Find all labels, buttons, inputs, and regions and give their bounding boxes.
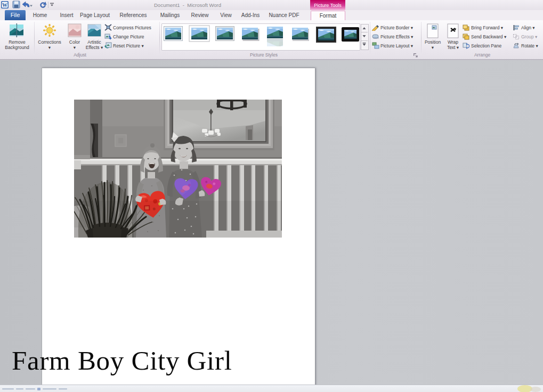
svg-text:W: W xyxy=(2,2,7,8)
